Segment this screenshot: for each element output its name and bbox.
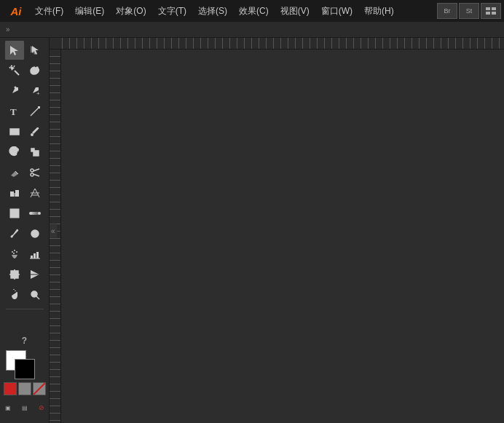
tool-row-3: + bbox=[0, 82, 49, 100]
swatch-controls-row bbox=[4, 382, 46, 395]
canvas-area: « bbox=[50, 38, 504, 423]
title-bar: Ai 文件(F) 编辑(E) 对象(O) 文字(T) 选择(S) 效果(C) 视… bbox=[0, 0, 504, 22]
svg-line-8 bbox=[14, 66, 15, 67]
perspective-tool[interactable] bbox=[25, 183, 44, 202]
svg-rect-48 bbox=[34, 253, 36, 258]
svg-point-37 bbox=[10, 236, 12, 238]
menu-edit[interactable]: 编辑(E) bbox=[69, 0, 110, 22]
svg-point-21 bbox=[31, 173, 34, 176]
stroke-color-swatch[interactable] bbox=[15, 359, 35, 379]
svg-rect-25 bbox=[15, 190, 19, 197]
tool-row-6 bbox=[0, 143, 49, 162]
color-swatch-red[interactable] bbox=[4, 382, 17, 395]
title-bar-right: Br St bbox=[437, 3, 501, 19]
eyedropper-tool[interactable] bbox=[5, 224, 24, 243]
color-area: ? ▣ ▤ ⊘ bbox=[0, 331, 49, 423]
tools-panel: + T bbox=[0, 38, 50, 423]
line-tool[interactable] bbox=[25, 102, 44, 121]
hand-tool[interactable] bbox=[5, 285, 24, 304]
column-chart-tool[interactable] bbox=[25, 245, 44, 264]
tool-row-10 bbox=[0, 224, 49, 243]
tool-row-12 bbox=[0, 265, 49, 284]
svg-rect-0 bbox=[486, 7, 490, 10]
menu-object[interactable]: 对象(O) bbox=[110, 0, 151, 22]
gradient-tool[interactable] bbox=[25, 204, 44, 223]
svg-point-46 bbox=[13, 253, 15, 254]
rotate-tool[interactable] bbox=[5, 143, 24, 162]
tool-row-4: T bbox=[0, 102, 49, 121]
svg-line-22 bbox=[33, 169, 39, 171]
svg-line-23 bbox=[33, 174, 39, 176]
live-paint-tool[interactable] bbox=[5, 183, 24, 202]
tool-row-11 bbox=[0, 245, 49, 264]
svg-point-10 bbox=[14, 87, 16, 89]
eraser-tool[interactable] bbox=[5, 163, 24, 182]
bottom-icon-row: ▣ ▤ ⊘ bbox=[0, 398, 49, 417]
toolbar-area: » bbox=[0, 22, 504, 38]
color-swatch-gray[interactable] bbox=[18, 382, 31, 395]
default-colors-btn[interactable]: ? bbox=[15, 331, 34, 350]
scissors-tool[interactable] bbox=[25, 163, 44, 182]
menu-file[interactable]: 文件(F) bbox=[29, 0, 69, 22]
menu-text[interactable]: 文字(T) bbox=[152, 0, 192, 22]
workspace-btn[interactable] bbox=[481, 3, 501, 19]
svg-text:T: T bbox=[10, 106, 17, 117]
tool-separator bbox=[6, 309, 44, 309]
type-tool[interactable]: T bbox=[5, 102, 24, 121]
direct-selection-tool[interactable] bbox=[25, 41, 44, 60]
tool-row-1 bbox=[0, 41, 49, 60]
menu-help[interactable]: 帮助(H) bbox=[358, 0, 400, 22]
svg-rect-1 bbox=[492, 7, 496, 10]
mesh-tool[interactable] bbox=[5, 204, 24, 223]
menu-window[interactable]: 窗口(W) bbox=[315, 0, 358, 22]
color-swatch-none[interactable] bbox=[33, 382, 46, 395]
color-mode-none[interactable]: ⊘ bbox=[34, 398, 49, 417]
color-mode-grad[interactable]: ▤ bbox=[17, 398, 32, 417]
svg-line-59 bbox=[36, 296, 39, 299]
artboard-tool[interactable] bbox=[5, 265, 24, 284]
panel-collapse-arrow[interactable]: « bbox=[50, 224, 57, 237]
slice-tool[interactable] bbox=[25, 265, 44, 284]
svg-point-44 bbox=[14, 250, 15, 251]
canvas-content[interactable] bbox=[61, 50, 504, 423]
measure-tool[interactable] bbox=[25, 224, 44, 243]
main-layout: + T bbox=[0, 38, 504, 423]
ruler-top bbox=[50, 38, 504, 50]
tool-row-5 bbox=[0, 122, 49, 141]
svg-rect-26 bbox=[12, 193, 15, 197]
svg-point-9 bbox=[36, 67, 38, 68]
svg-line-6 bbox=[9, 67, 10, 68]
stock-btn[interactable]: St bbox=[459, 3, 479, 19]
menu-view[interactable]: 视图(V) bbox=[275, 0, 315, 22]
magic-wand-tool[interactable] bbox=[5, 61, 24, 80]
rectangle-tool[interactable] bbox=[5, 122, 24, 141]
selection-tool[interactable] bbox=[5, 41, 24, 60]
svg-point-20 bbox=[31, 169, 34, 172]
svg-point-35 bbox=[29, 212, 32, 215]
tool-row-8 bbox=[0, 183, 49, 202]
add-anchor-tool[interactable]: + bbox=[25, 82, 44, 100]
svg-rect-14 bbox=[38, 106, 40, 108]
svg-point-16 bbox=[31, 133, 34, 136]
svg-rect-51 bbox=[11, 271, 18, 278]
pen-tool[interactable] bbox=[5, 82, 24, 100]
scale-tool[interactable] bbox=[25, 143, 44, 162]
lasso-tool[interactable] bbox=[25, 61, 44, 80]
svg-point-36 bbox=[38, 212, 41, 215]
symbol-sprayer-tool[interactable] bbox=[5, 245, 24, 264]
zoom-tool[interactable] bbox=[25, 285, 44, 304]
bridge-btn[interactable]: Br bbox=[437, 3, 457, 19]
tool-row-9 bbox=[0, 204, 49, 223]
svg-point-43 bbox=[12, 251, 13, 253]
color-mode-solid[interactable]: ▣ bbox=[0, 398, 15, 417]
app-logo: Ai bbox=[3, 0, 29, 22]
menu-select[interactable]: 选择(S) bbox=[192, 0, 233, 22]
tool-row-2 bbox=[0, 61, 49, 80]
paintbrush-tool[interactable] bbox=[25, 122, 44, 141]
svg-rect-15 bbox=[10, 129, 19, 135]
svg-rect-2 bbox=[486, 12, 490, 15]
menu-effect[interactable]: 效果(C) bbox=[233, 0, 275, 22]
svg-text:+: + bbox=[36, 90, 40, 97]
svg-point-45 bbox=[16, 251, 17, 253]
toolbar-expand[interactable]: » bbox=[3, 25, 13, 33]
